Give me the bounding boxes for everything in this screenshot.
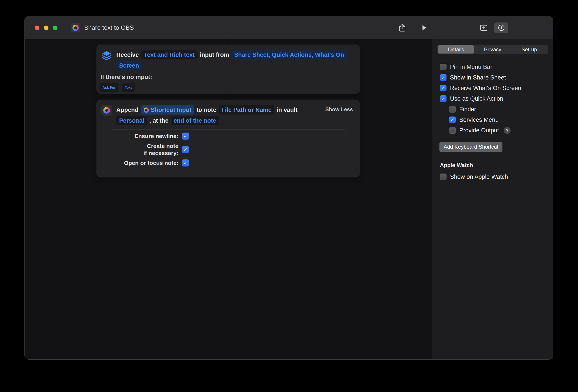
pin-menu-bar-checkbox[interactable]: [440, 64, 446, 70]
info-icon: [498, 24, 505, 32]
connector-line: [228, 39, 228, 45]
static-text: Receive: [116, 51, 139, 58]
show-share-sheet-checkbox[interactable]: [440, 74, 446, 81]
append-parameters: Ensure newline: Create note if necessary…: [96, 133, 360, 166]
option-label: Pin in Menu Bar: [450, 64, 492, 70]
param-label: Create note if necessary:: [96, 143, 178, 157]
receive-card-head: ReceiveText and Rich textinput fromShare…: [96, 45, 360, 71]
option-label: Finder: [459, 106, 476, 113]
no-input-options: Ask For Text: [99, 83, 360, 92]
gear-icon: [72, 25, 79, 31]
note-path-field[interactable]: File Path or Name: [219, 105, 275, 114]
input-sources-token-wrap[interactable]: Screen: [116, 61, 142, 70]
param-label: Ensure newline:: [96, 133, 178, 140]
sidebar-tabs: Details Privacy Set-up: [437, 45, 548, 54]
help-button[interactable]: ?: [504, 127, 511, 134]
static-text: , at the: [149, 117, 169, 124]
option-use-quick-action[interactable]: Use as Quick Action: [440, 93, 548, 104]
run-button[interactable]: [417, 22, 431, 34]
traffic-lights: [35, 16, 57, 39]
share-icon: [398, 23, 406, 32]
ask-type-token[interactable]: Text: [122, 83, 135, 92]
create-note-checkbox[interactable]: [182, 146, 189, 153]
share-button[interactable]: [395, 22, 409, 34]
quick-action-checkbox[interactable]: [440, 95, 446, 102]
param-row: Ensure newline:: [96, 133, 360, 140]
static-text: input from: [200, 51, 229, 58]
option-label: Show on Apple Watch: [450, 174, 508, 180]
card-divider: [112, 129, 345, 130]
static-text: Append: [116, 107, 139, 113]
append-note-action-card: Show Less AppendShortcut Inputto noteFil…: [96, 100, 360, 177]
input-sources-token[interactable]: Share Sheet, Quick Actions, What's On: [231, 50, 347, 59]
input-types-token[interactable]: Text and Rich text: [141, 50, 197, 59]
shortcut-icon[interactable]: [71, 23, 80, 32]
window-content: ReceiveText and Rich textinput fromShare…: [25, 39, 553, 359]
apple-watch-checkbox[interactable]: [440, 174, 446, 180]
connector-line: [228, 94, 228, 100]
receive-action-text: ReceiveText and Rich textinput fromShare…: [116, 49, 349, 71]
option-show-share-sheet[interactable]: Show in Share Sheet: [440, 72, 548, 83]
option-show-apple-watch[interactable]: Show on Apple Watch: [440, 172, 548, 182]
option-receive-whats-on-screen[interactable]: Receive What's On Screen: [440, 83, 548, 93]
zoom-button[interactable]: [53, 26, 57, 30]
static-text: in vault: [277, 107, 298, 113]
minimize-button[interactable]: [44, 26, 48, 30]
vault-token[interactable]: Personal: [116, 116, 147, 125]
details-panel-button[interactable]: [494, 22, 508, 33]
param-row: Create note if necessary:: [96, 143, 360, 157]
option-finder[interactable]: Finder: [449, 104, 548, 114]
desktop: Share text to OBS: [0, 0, 578, 392]
titlebar: Share text to OBS: [25, 16, 553, 39]
option-label: Receive What's On Screen: [450, 85, 521, 92]
option-services-menu[interactable]: Services Menu: [449, 114, 548, 125]
tab-setup[interactable]: Set-up: [511, 45, 548, 53]
tab-details[interactable]: Details: [438, 45, 474, 53]
option-pin-menu-bar[interactable]: Pin in Menu Bar: [440, 62, 548, 72]
shortcut-input-token[interactable]: Shortcut Input: [141, 105, 194, 114]
action-library-icon: [480, 24, 488, 32]
param-label: Open or focus note:: [96, 159, 178, 166]
option-label: Services Menu: [459, 116, 499, 123]
tab-privacy[interactable]: Privacy: [474, 45, 511, 53]
services-menu-checkbox[interactable]: [449, 116, 456, 123]
option-label: Provide Output: [459, 127, 499, 134]
note-position-token[interactable]: end of the note: [171, 116, 219, 125]
window-title[interactable]: Share text to OBS: [84, 24, 134, 31]
finder-checkbox[interactable]: [449, 106, 456, 112]
receive-stack-icon: [101, 50, 112, 60]
detail-options: Pin in Menu Bar Show in Share Sheet Rece…: [440, 62, 548, 136]
receive-action-card: ReceiveText and Rich textinput fromShare…: [96, 45, 360, 94]
shortcut-input-label: Shortcut Input: [151, 107, 192, 113]
ensure-newline-checkbox[interactable]: [182, 133, 189, 140]
gear-icon: [103, 107, 110, 114]
obsidian-app-icon: [101, 105, 112, 116]
shortcut-input-gear-icon: [144, 107, 149, 113]
option-provide-output[interactable]: Provide Output ?: [449, 125, 548, 136]
option-label: Show in Share Sheet: [450, 74, 506, 81]
option-label: Use as Quick Action: [450, 95, 503, 102]
apple-watch-header: Apple Watch: [440, 162, 548, 168]
static-text: to note: [196, 107, 216, 113]
run-icon: [421, 24, 428, 31]
add-keyboard-shortcut-button[interactable]: Add Keyboard Shortcut: [439, 142, 502, 152]
show-less-button[interactable]: Show Less: [325, 106, 353, 112]
details-sidebar: Details Privacy Set-up Pin in Menu Bar S…: [432, 39, 553, 359]
action-library-button[interactable]: [477, 22, 491, 33]
receive-screen-checkbox[interactable]: [440, 85, 446, 91]
no-input-label: If there's no input:: [100, 74, 360, 81]
ask-for-token[interactable]: Ask For: [99, 83, 118, 92]
open-focus-note-checkbox[interactable]: [182, 159, 189, 166]
close-button[interactable]: [35, 26, 40, 30]
editor-canvas: ReceiveText and Rich textinput fromShare…: [25, 39, 432, 359]
append-card-head: AppendShortcut Inputto noteFile Path or …: [96, 100, 360, 126]
append-action-text: AppendShortcut Inputto noteFile Path or …: [116, 105, 300, 126]
param-row: Open or focus note:: [96, 159, 360, 166]
shortcuts-window: Share text to OBS: [25, 16, 553, 359]
provide-output-checkbox[interactable]: [449, 127, 456, 134]
